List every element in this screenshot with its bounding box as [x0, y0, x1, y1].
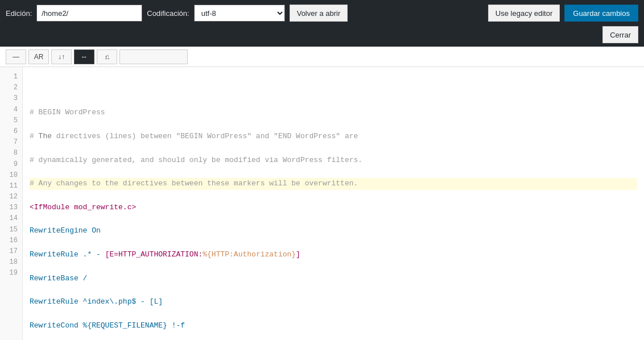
ln-1: 1 [0, 72, 22, 82]
toolbar2-arrow-button[interactable]: ↔ [74, 49, 94, 64]
line-numbers: 1 2 3 4 5 6 7 8 9 10 11 12 13 14 15 16 1… [0, 67, 23, 340]
code-line-4: # dynamically generated, and should only… [30, 155, 637, 167]
code-content[interactable]: # BEGIN WordPress # The directives (line… [23, 67, 644, 340]
legacy-editor-button[interactable]: Use legacy editor [488, 5, 560, 22]
ln-10: 10 [0, 170, 22, 181]
code-line-1 [30, 84, 637, 96]
code-line-3: # The directives (lines) between "BEGIN … [30, 131, 637, 143]
editor-toolbar: — AR ↓↑ ↔ ⎌ [0, 47, 644, 67]
ln-16: 16 [0, 235, 22, 246]
toolbar2-btn-6[interactable] [119, 49, 188, 64]
toolbar2-btn-1[interactable]: — [6, 49, 26, 64]
code-line-5: # Any changes to the directives between … [30, 178, 637, 190]
ln-14: 14 [0, 213, 22, 224]
toolbar-close-row: Cerrar [0, 26, 644, 47]
ln-12: 12 [0, 192, 22, 202]
code-line-11: RewriteCond %{REQUEST_FILENAME} !-f [30, 320, 637, 332]
code-line-9: RewriteBase / [30, 273, 637, 285]
code-line-7: RewriteEngine On [30, 225, 637, 237]
ln-6: 6 [0, 126, 22, 137]
ln-5: 5 [0, 115, 22, 126]
edicion-input[interactable] [36, 5, 142, 22]
ln-15: 15 [0, 225, 22, 235]
code-editor: 1 2 3 4 5 6 7 8 9 10 11 12 13 14 15 16 1… [0, 67, 644, 340]
toolbar2-btn-3[interactable]: ↓↑ [51, 49, 72, 64]
codificacion-select[interactable]: utf-8 iso-8859-1 windows-1252 [194, 5, 285, 22]
ln-4: 4 [0, 105, 22, 115]
codificacion-label: Codificación: [147, 9, 189, 18]
ln-9: 9 [0, 159, 22, 170]
guardar-cambios-button[interactable]: Guardar cambios [564, 5, 638, 22]
ln-7: 7 [0, 137, 22, 148]
ln-3: 3 [0, 93, 22, 104]
main-toolbar: Edición: Codificación: utf-8 iso-8859-1 … [0, 0, 644, 26]
cerrar-button[interactable]: Cerrar [602, 26, 638, 43]
ln-2: 2 [0, 82, 22, 93]
edicion-label: Edición: [6, 9, 32, 18]
ln-8: 8 [0, 148, 22, 159]
ln-17: 17 [0, 246, 22, 257]
code-line-8: RewriteRule .* - [E=HTTP_AUTHORIZATION:%… [30, 249, 637, 261]
ln-13: 13 [0, 202, 22, 213]
toolbar2-btn-5[interactable]: ⎌ [97, 49, 117, 64]
code-line-2: # BEGIN WordPress [30, 107, 637, 119]
code-line-6: <IfModule mod_rewrite.c> [30, 202, 637, 214]
ln-11: 11 [0, 181, 22, 192]
code-line-10: RewriteRule ^index\.php$ - [L] [30, 296, 637, 308]
volver-abrir-button[interactable]: Volver a abrir [290, 5, 348, 22]
ln-19: 19 [0, 268, 22, 279]
toolbar-right: Use legacy editor Guardar cambios [488, 5, 638, 22]
toolbar2-btn-2[interactable]: AR [28, 49, 49, 64]
ln-18: 18 [0, 257, 22, 268]
